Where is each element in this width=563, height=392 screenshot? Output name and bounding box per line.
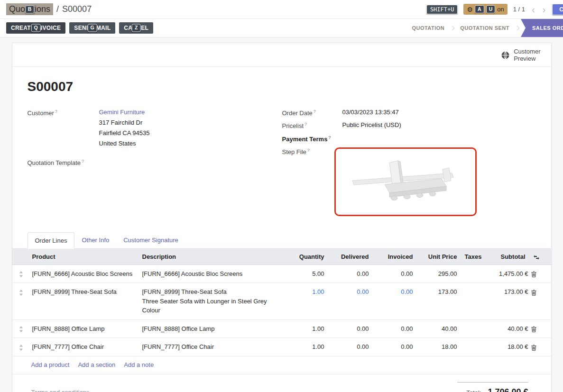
help-icon: ? [55,109,57,114]
cell-subtotal: 173.00 € [482,283,529,320]
cell-taxes[interactable] [461,283,482,320]
cell-invoiced[interactable]: 0.00 [373,319,417,338]
stage-quotation-sent[interactable]: QUOTATION SENT [454,25,516,31]
cell-unit-price[interactable]: 40.00 [417,319,461,338]
column-unit-price: Unit Price [417,249,461,265]
help-icon: ? [305,122,307,127]
adjust-columns-icon[interactable] [533,255,540,260]
cancel-button[interactable]: CANCEL Z [119,22,153,34]
step-file-preview[interactable] [334,147,477,216]
kbd-hint-u: U [486,5,496,13]
cell-invoiced[interactable]: 0.00 [373,264,417,283]
tab-other-info[interactable]: Other Info [74,232,116,248]
payment-terms-value[interactable] [342,135,536,143]
cell-product[interactable]: [FURN_7777] Office Chair [28,338,138,356]
cell-unit-price[interactable]: 295.00 [417,264,461,283]
cell-unit-price[interactable]: 18.00 [417,338,461,356]
kbd-hint-c[interactable]: C [552,4,563,15]
breadcrumb-quotations[interactable]: Quotations B [6,3,53,15]
cell-taxes[interactable] [461,338,482,356]
drag-handle[interactable] [12,283,28,320]
field-group-right: Order Date? 03/03/2023 13:35:47 Pricelis… [282,109,536,216]
order-line-row: [FURN_8999] Three-Seat Sofa [FURN_8999] … [12,283,552,320]
cell-product[interactable]: [FURN_6666] Acoustic Bloc Screens [28,264,138,283]
order-lines-table: Product Description Quantity Delivered I… [12,249,552,356]
order-line-row: [FURN_7777] Office Chair [FURN_7777] Off… [12,338,552,356]
kbd-hint-a: A [475,5,484,13]
pager-next-button[interactable]: › [542,5,547,14]
drag-handle-icon [19,345,23,351]
create-invoice-button[interactable]: CREATE INVOICE Q [6,22,65,34]
cell-taxes[interactable] [461,319,482,338]
drag-handle-icon [19,271,23,277]
cell-invoiced[interactable]: 0.00 [373,283,417,320]
delete-line-button[interactable] [529,283,552,320]
field-grid: Customer? Gemini Furniture 317 Fairchild… [28,109,536,216]
field-group-left: Customer? Gemini Furniture 317 Fairchild… [28,109,281,216]
add-product-link[interactable]: Add a product [31,361,70,368]
column-options [529,249,552,265]
handle-column-header [12,249,28,265]
cell-product[interactable]: [FURN_8999] Three-Seat Sofa [28,283,138,320]
kbd-hint-shift-u: SHIFT+U [426,5,458,14]
tab-order-lines[interactable]: Order Lines [28,232,75,249]
content-area: Customer Preview S00007 Customer? Gemini… [0,37,563,392]
trash-icon [531,290,536,296]
customer-link[interactable]: Gemini Furniture [99,109,145,116]
globe-icon [501,51,509,59]
delete-line-button[interactable] [529,338,552,356]
quotation-template-value[interactable] [99,158,281,166]
column-invoiced: Invoiced [373,249,417,265]
customer-field-value: Gemini Furniture 317 Fairchild Dr Fairfi… [99,109,281,147]
column-product: Product [28,249,138,265]
trash-icon [531,345,536,351]
chevron-right-icon [515,26,520,30]
drag-handle[interactable] [12,338,28,356]
column-delivered: Delivered [328,249,373,265]
total-value: 1,706.00 € [488,387,528,392]
add-section-link[interactable]: Add a section [78,361,115,368]
terms-and-conditions-placeholder[interactable]: Terms and conditions... [31,382,95,392]
cell-unit-price[interactable]: 173.00 [417,283,461,320]
control-button-bar: CREATE INVOICE Q SEND EMAIL G CANCEL Z Q… [0,19,563,37]
drag-handle[interactable] [12,319,28,338]
stage-quotation[interactable]: QUOTATION [406,25,451,31]
cell-quantity[interactable]: 1.00 [281,319,328,338]
form-sheet: Customer Preview S00007 Customer? Gemini… [12,43,552,392]
stage-sales-order-active[interactable]: SALES ORDER [521,19,563,37]
step-file-3d-render [344,155,467,208]
customer-preview-label: Customer Preview [514,48,540,62]
customer-preview-button[interactable]: Customer Preview [501,48,540,62]
cell-quantity[interactable]: 5.00 [281,264,328,283]
cell-quantity[interactable]: 1.00 [281,283,328,320]
step-file-label: Step File? [282,147,342,216]
sale-order-form-page: Quotations B / S00007 SHIFT+U ⚙ A U on 1… [0,0,563,392]
customer-field-label: Customer? [28,109,99,147]
cell-quantity[interactable]: 1.00 [281,338,328,356]
kbd-hint-z: Z [132,24,141,32]
cell-description[interactable]: [FURN_8999] Three-Seat Sofa Three Seater… [138,283,281,320]
table-footer-links: Add a product Add a section Add a note [12,356,551,374]
cell-delivered[interactable]: 0.00 [328,319,373,338]
delete-line-button[interactable] [529,319,552,338]
pricelist-value[interactable]: Public Pricelist (USD) [342,121,536,129]
pager-previous-button[interactable]: ‹ [531,5,536,14]
cell-description[interactable]: [FURN_8888] Office Lamp [138,319,281,338]
cell-delivered[interactable]: 0.00 [328,338,373,356]
add-note-link[interactable]: Add a note [124,361,154,368]
send-email-button[interactable]: SEND EMAIL G [69,22,115,34]
action-menu-button[interactable]: ⚙ A U on [463,4,507,15]
cell-invoiced[interactable]: 0.00 [373,338,417,356]
cell-delivered[interactable]: 0.00 [328,283,373,320]
cell-delivered[interactable]: 0.00 [328,264,373,283]
cell-taxes[interactable] [461,264,482,283]
cell-description[interactable]: [FURN_7777] Office Chair [138,338,281,356]
cell-product[interactable]: [FURN_8888] Office Lamp [28,319,138,338]
order-date-value[interactable]: 03/03/2023 13:35:47 [342,109,536,117]
drag-handle[interactable] [12,264,28,283]
total-label: Total: [466,389,481,392]
cell-description[interactable]: [FURN_6666] Acoustic Bloc Screens [138,264,281,283]
gear-icon: ⚙ [467,6,473,13]
delete-line-button[interactable] [529,264,552,283]
tab-customer-signature[interactable]: Customer Signature [116,232,185,248]
